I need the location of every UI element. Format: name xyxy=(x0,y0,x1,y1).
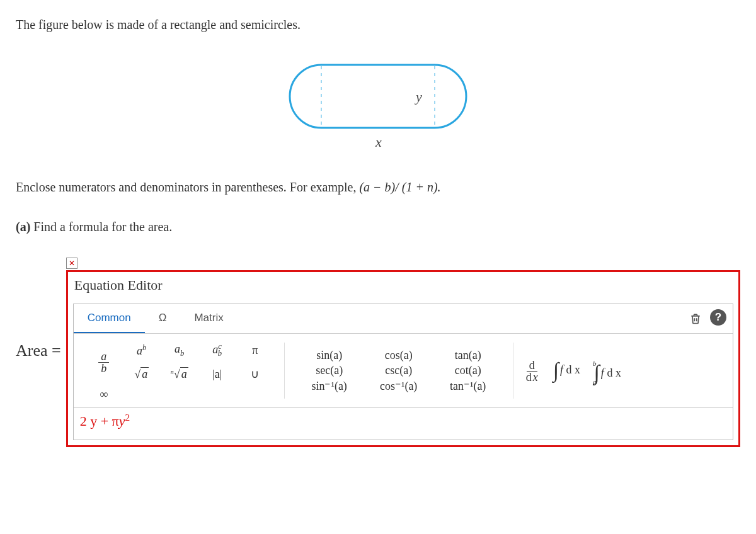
op-abs[interactable]: |a| xyxy=(212,368,222,381)
op-cot[interactable]: cot(a) xyxy=(455,364,481,377)
part-a-text: Find a formula for the area. xyxy=(30,220,172,234)
op-union[interactable]: ∪ xyxy=(251,367,259,381)
part-a: (a) Find a formula for the area. xyxy=(16,218,740,236)
problem-intro: The figure below is made of a rectangle … xyxy=(16,16,740,33)
op-sin[interactable]: sin(a) xyxy=(316,349,342,362)
equation-editor: Equation Editor Common Ω Matrix ? xyxy=(66,270,740,447)
instruction: Enclose numerators and denominators in p… xyxy=(16,178,740,196)
broken-image-icon: ✕ xyxy=(66,258,77,269)
tab-common[interactable]: Common xyxy=(74,304,145,333)
tab-matrix[interactable]: Matrix xyxy=(180,304,237,333)
part-a-label: (a) xyxy=(16,220,30,234)
trash-icon[interactable] xyxy=(684,304,707,333)
area-equals-label: Area = xyxy=(16,341,61,360)
op-definite-integral[interactable]: ba ∫ f d x xyxy=(593,356,621,385)
instruction-example: (a − b)/ (1 + n). xyxy=(359,180,440,194)
op-asin[interactable]: sin⁻¹(a) xyxy=(311,379,346,393)
op-derivative[interactable]: d dx xyxy=(524,359,541,383)
operator-palette: ab ab ab acb π √a n√a |a| ∪ ∞ xyxy=(74,334,733,408)
op-fraction[interactable]: ab xyxy=(98,350,109,374)
tab-omega[interactable]: Ω xyxy=(145,304,181,333)
y-label: y xyxy=(415,89,422,105)
op-integral[interactable]: ∫ f d x xyxy=(553,361,580,380)
instruction-text: Enclose numerators and denominators in p… xyxy=(16,180,359,194)
op-csc[interactable]: csc(a) xyxy=(385,364,412,377)
editor-toolbar: Common Ω Matrix ? xyxy=(74,304,733,334)
op-infinity[interactable]: ∞ xyxy=(100,388,108,401)
figure: y x xyxy=(16,52,740,153)
op-supsub[interactable]: acb xyxy=(212,342,222,359)
op-pi[interactable]: π xyxy=(252,344,258,357)
stadium-figure: y x xyxy=(277,52,479,153)
op-atan[interactable]: tan⁻¹(a) xyxy=(450,379,486,393)
op-sqrt[interactable]: √a xyxy=(134,368,149,381)
op-cos[interactable]: cos(a) xyxy=(385,349,413,362)
op-acos[interactable]: cos⁻¹(a) xyxy=(380,379,417,393)
op-power[interactable]: ab xyxy=(137,343,146,358)
answer-input[interactable]: 2 y + πy2 xyxy=(74,408,733,440)
help-icon[interactable]: ? xyxy=(710,309,726,326)
x-label: x xyxy=(375,134,382,150)
op-tan[interactable]: tan(a) xyxy=(455,349,481,362)
editor-title: Equation Editor xyxy=(68,272,738,298)
op-nroot[interactable]: n√a xyxy=(171,368,188,381)
op-sec[interactable]: sec(a) xyxy=(316,364,343,377)
op-subscript[interactable]: ab xyxy=(175,343,184,358)
